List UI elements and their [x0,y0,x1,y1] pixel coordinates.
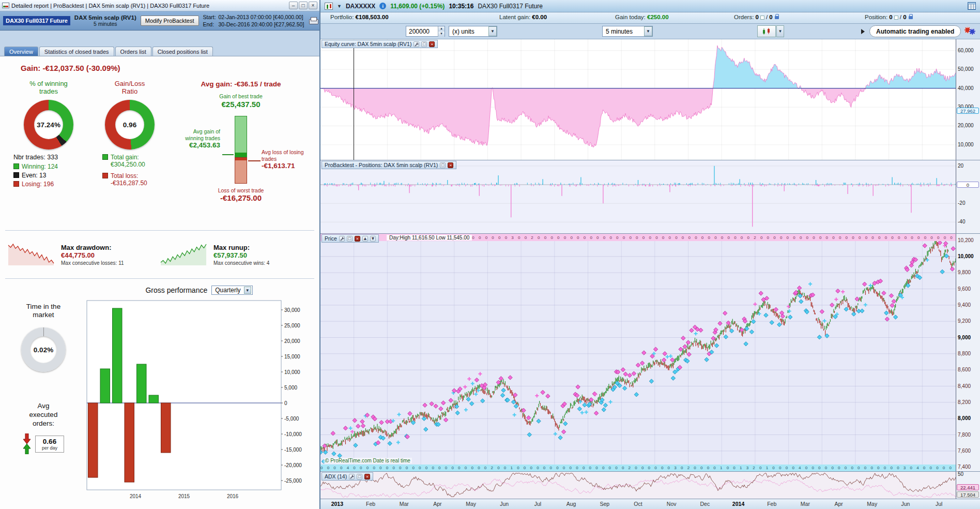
auto-trading-label: Automatic trading enabled [876,28,954,35]
spin-down-icon[interactable]: ▼ [438,32,445,37]
total-loss-value: -€316,287.50 [111,179,147,187]
winning-trades-title: % of winning trades [4,80,93,98]
print-icon[interactable] [308,17,316,25]
popout-icon[interactable]: □ [347,236,353,242]
position-item: Position: 0/ 0 [865,14,913,20]
last-price-change: 11,609.00 (+0.15%) [390,3,445,10]
minimize-button[interactable]: – [289,2,298,9]
trade-extremes-graphic: Gain of best trade €25,437.50 Avg gain o… [166,89,315,218]
winning-pct-value: 37.24% [37,121,60,129]
tab-overview[interactable]: Overview [4,47,38,56]
orders-lock-icon[interactable] [775,16,779,19]
avg-gain-column: Avg gain: -€36.15 / trade Gain of best t… [166,77,315,230]
ratio-value: 0.96 [123,121,136,129]
latent-gain-item: Latent gain: €0.00 [499,14,547,20]
quantity-spin-buttons[interactable]: ▲▼ [438,26,445,37]
backtest-period: Start:02-Jan-2013 07:00:00 [€40,000.00] … [203,13,304,28]
adx-panel-tab[interactable]: ADX (14) □ × [321,472,373,481]
close-icon[interactable]: × [429,41,435,47]
gain-loss-ratio-column: Gain/Loss Ratio 0.96 Total gain: [93,77,166,230]
timeframe-select-value: 5 minutes [606,28,633,35]
time-donut-hole: 0.02% [30,336,57,363]
report-titlebar[interactable]: Detailed report | ProBacktest | DAX 5min… [0,0,319,11]
tab-closed-positions-list[interactable]: Closed positions list [152,47,213,56]
latent-gain-value: €0.00 [532,14,547,20]
svg-text:2014: 2014 [130,493,142,499]
scroll-up-icon[interactable]: ▲ [362,236,368,242]
time-axis-label: Oct [627,501,649,507]
spreadsheet-icon[interactable] [968,2,976,10]
positions-y-axis: 200-20-400 [956,160,980,233]
spin-up-icon[interactable]: ▲ [438,26,445,32]
auto-trading-status[interactable]: Automatic trading enabled [869,25,961,37]
modify-probacktest-button[interactable]: Modify ProBacktest [141,16,199,26]
time-axis[interactable]: 2013FebMarAprMayJunJulAugSepOctNovDec201… [320,499,980,509]
position-square-icon[interactable] [894,16,898,20]
close-icon[interactable]: × [448,162,453,168]
adx-plot[interactable] [320,472,956,499]
info-icon[interactable]: i [379,3,386,9]
price-plot[interactable]: Day:High 11,616.50 Low 11,545.00 0 0 0 0… [320,234,956,471]
close-icon[interactable]: × [364,474,370,480]
positions-panel-tab[interactable]: ProBacktest - Positions: DAX 5min scalp … [321,161,456,169]
popout-icon[interactable]: □ [357,474,362,480]
svg-text:2016: 2016 [227,493,239,499]
portfolio-infobar: Portfolio: €108,503.00 Latent gain: €0.0… [320,12,980,24]
instrument-select[interactable]: DAXXXXX [346,3,375,10]
avg-gain-value: -€36.15 / trade [234,80,281,88]
price-bottom-strip: 0 0 0 0 4 0 0 0 0 0 0 0 0 0 0 0 0 0 0 0 … [320,465,956,471]
time-axis-label: 2014 [728,501,749,507]
tab-statistics-of-closed-trades[interactable]: Statistics of closed trades [39,47,114,56]
price-panel-tab[interactable]: Price □ × ▲ ▼ [321,234,379,243]
header-spacer [0,31,319,44]
avg-orders-box: 0.66 per day [35,436,64,453]
portfolio-item: Portfolio: €108,503.00 [330,14,389,20]
maximize-button[interactable]: □ [299,2,308,9]
copyright-note: © ProRealTime.com Date is real time [324,458,412,463]
scroll-down-icon[interactable]: ▼ [370,236,376,242]
candlestick-icon [325,3,333,10]
clock-time: 10:35:16 [449,3,473,10]
orders-separator: / [766,14,768,20]
popout-icon[interactable]: □ [440,162,446,168]
time-axis-label: Nov [661,501,682,507]
bottom-strip-values: 0 0 0 0 4 0 0 0 0 0 0 0 0 0 0 0 0 0 0 0 … [320,466,956,470]
drawdown-runup-row: Max drawdown: €44,775.00 Max consecutive… [0,231,319,278]
gross-performance-chart[interactable]: 30,00025,00020,00015,00010,0005,0000-5,0… [83,296,315,502]
wrench-icon[interactable] [349,474,355,480]
period-select[interactable]: Quarterly ▼ [211,286,252,295]
period-select-value: Quarterly [215,287,240,294]
avg-win-connector [222,154,234,155]
svg-text:10,000: 10,000 [284,369,300,375]
start-label: Start: [203,13,219,21]
close-icon[interactable]: × [355,236,360,242]
auto-trading-gears-icon[interactable] [964,27,978,35]
quantity-stepper[interactable]: 200000 ▲▼ [406,26,445,37]
positions-plot[interactable] [320,160,956,233]
close-button[interactable]: × [309,2,317,9]
equity-y-axis: 60,00050,00040,00030,00020,00010,00027,9… [956,39,980,160]
tab-orders-list[interactable]: Orders list [115,47,151,56]
position-lock-icon[interactable] [909,16,913,19]
popout-icon[interactable]: □ [421,41,427,47]
equity-panel-title: Equity curve: DAX 5min scalp (RV1) [325,41,411,47]
y-axis-label: 10,200 [958,237,974,243]
chart-style-dropdown-icon[interactable]: ▼ [776,25,784,37]
equity-panel-tab[interactable]: Equity curve: DAX 5min scalp (RV1) □ × [321,40,438,48]
avg-win-block: Avg gain of winning trades €2,453.63 [166,128,220,149]
losing-legend-item: Losing: 196 [13,181,93,188]
instrument-dropdown-arrow-icon[interactable]: ▼ [337,4,342,9]
equity-curve-plot[interactable] [320,39,956,160]
chart-style-button[interactable] [757,25,776,37]
svg-text:-10,000: -10,000 [284,431,302,437]
wrench-icon[interactable] [414,41,419,47]
timeframe-select[interactable]: 5 minutes ▼ [602,26,653,37]
chevron-down-icon: ▼ [488,26,497,36]
collapse-arrow-icon[interactable] [861,29,865,34]
orders-square-icon[interactable] [760,16,764,20]
svg-text:0: 0 [284,400,287,406]
avg-gain-label: Avg gain: [201,80,233,88]
units-select[interactable]: (x) units ▼ [449,26,497,37]
time-axis-label: Mar [794,501,816,507]
wrench-icon[interactable] [339,236,345,242]
